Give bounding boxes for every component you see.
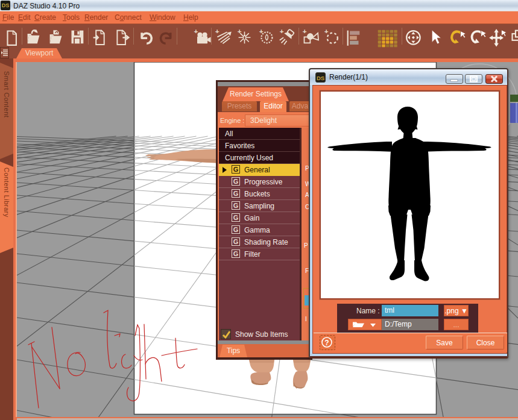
svg-text:+: + (194, 27, 198, 35)
svg-text:+: + (303, 27, 307, 35)
svg-text:+: + (324, 27, 329, 35)
svg-text:+: + (215, 27, 220, 35)
svg-text:?: ? (324, 339, 329, 347)
svg-text:+: + (280, 27, 284, 35)
